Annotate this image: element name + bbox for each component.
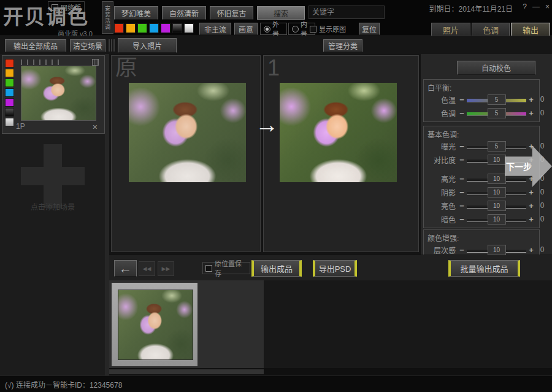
step-value-box: 5 — [488, 94, 506, 105]
app-logo: 开贝调色 — [3, 7, 89, 27]
result-photo[interactable] — [280, 83, 397, 182]
show-original-checkbox[interactable]: 显示原图 — [310, 24, 346, 34]
section-title: 白平衡: — [427, 82, 535, 93]
scrollbar-thumb[interactable] — [109, 369, 264, 374]
slider-track[interactable]: 10 — [467, 201, 526, 210]
slider-track[interactable]: 5 — [467, 108, 526, 118]
filter-category-dream-button[interactable]: 梦幻唯美 — [114, 6, 158, 20]
minimize-button[interactable]: — — [532, 2, 540, 11]
scene-swatch-green[interactable] — [5, 79, 14, 87]
increase-button[interactable]: + — [527, 215, 535, 223]
color-filter-green-swatch[interactable] — [137, 23, 147, 33]
slider-track[interactable]: 5 — [467, 141, 526, 151]
white-balance-section: 白平衡: 色温 − 5 + 0 色调 − 5 + 0 — [423, 79, 540, 122]
scene-thumbnail[interactable] — [21, 66, 96, 121]
scene-item[interactable]: 1P × — [2, 55, 105, 134]
search-button[interactable]: 搜索 — [257, 6, 305, 20]
radio-outdoor[interactable]: 外景 — [260, 23, 287, 35]
batch-export-button[interactable]: 批量输出成品 — [448, 260, 520, 277]
decrease-button[interactable]: − — [458, 96, 466, 104]
increase-button[interactable]: + — [527, 96, 535, 104]
expiry-date-label: 到期日：2014年11月21日 — [429, 3, 513, 13]
install-filters-vertical-tab[interactable]: 安装活调 — [102, 1, 113, 34]
scene-swatch-white[interactable] — [5, 118, 14, 126]
scene-color-strip — [5, 59, 14, 126]
checkbox-icon[interactable] — [310, 26, 316, 33]
slider-value: 0 — [537, 142, 547, 150]
previous-button[interactable]: ◀◀ — [139, 261, 155, 276]
adjust-panel: 自动校色 白平衡: 色温 − 5 + 0 色调 − 5 + 0 — [421, 54, 552, 255]
horizontal-scrollbar[interactable] — [109, 368, 552, 375]
close-button[interactable]: × — [545, 2, 550, 11]
decrease-button[interactable]: − — [458, 202, 466, 210]
slider-temperature: 色温 − 5 + 0 — [427, 93, 535, 106]
slider-value: 0 — [537, 245, 547, 254]
tab-output[interactable]: 输出 — [511, 23, 550, 36]
slider-track[interactable]: 10 — [467, 214, 526, 224]
help-button[interactable]: ? — [523, 2, 527, 11]
decrease-button[interactable]: − — [458, 156, 466, 164]
filter-category-retro-button[interactable]: 怀旧复古 — [210, 6, 253, 20]
status-bar: (√) 连接成功－智能卡ID：12345678 — [0, 375, 552, 392]
keyword-input[interactable] — [309, 6, 385, 19]
decrease-button[interactable]: − — [458, 246, 466, 254]
decrease-button[interactable]: − — [458, 109, 466, 117]
scene-swatch-purple[interactable] — [5, 98, 14, 107]
slider-track[interactable]: 10 — [467, 245, 526, 255]
import-photos-button[interactable]: 导入照片 — [118, 38, 177, 53]
slider-track[interactable]: 10 — [467, 187, 526, 197]
manage-categories-button[interactable]: 管理分类 — [323, 39, 362, 52]
back-arrow-button[interactable]: ← — [114, 260, 137, 277]
color-filter-purple-swatch[interactable] — [161, 23, 171, 33]
next-button[interactable]: ▶▶ — [158, 261, 174, 276]
increase-button[interactable]: + — [527, 188, 535, 196]
panel-scrollbar[interactable] — [105, 54, 109, 375]
reset-button[interactable]: 复位 — [359, 23, 380, 35]
radio-icon[interactable] — [264, 26, 270, 33]
trash-icon[interactable] — [92, 59, 99, 66]
export-all-button[interactable]: 输出全部成品 — [5, 39, 66, 52]
style-artistic-button[interactable]: 画意 — [234, 23, 258, 35]
color-filter-red-swatch[interactable] — [114, 23, 124, 33]
tab-tone[interactable]: 色调 — [472, 23, 510, 36]
save-in-place-checkbox[interactable]: 原位置保存 — [202, 262, 250, 274]
checkbox-icon[interactable] — [205, 265, 212, 272]
tab-photos[interactable]: 照片 — [431, 23, 470, 36]
slider-label: 色调 — [427, 108, 456, 118]
step-value-box: 5 — [488, 108, 506, 118]
scene-swatch-red[interactable] — [5, 59, 14, 67]
export-finished-button[interactable]: 输出成品 — [251, 260, 302, 277]
increase-button[interactable]: + — [527, 246, 535, 254]
decrease-button[interactable]: − — [458, 215, 466, 223]
add-scene-plus-icon[interactable] — [21, 167, 85, 185]
clear-scene-button[interactable]: 清空场景 — [70, 39, 105, 52]
color-filter-white-swatch[interactable] — [184, 23, 194, 33]
auto-color-button[interactable]: 自动校色 — [457, 61, 535, 75]
divider — [109, 39, 110, 52]
decrease-button[interactable]: − — [458, 175, 466, 183]
scene-swatch-blue[interactable] — [5, 88, 14, 97]
export-psd-button[interactable]: 导出PSD — [313, 260, 357, 277]
filter-category-fresh-button[interactable]: 自然清新 — [162, 6, 206, 20]
decrease-button[interactable]: − — [458, 142, 466, 150]
remove-scene-button[interactable]: × — [93, 123, 98, 131]
photo-thumbnail[interactable] — [118, 290, 193, 360]
transform-arrow-icon: → — [255, 113, 278, 136]
increase-button[interactable]: + — [527, 202, 535, 210]
style-nonmainstream-button[interactable]: 非主流 — [199, 23, 231, 35]
color-filter-orange-swatch[interactable] — [126, 23, 136, 33]
scene-swatch-black[interactable] — [5, 108, 14, 117]
photo-thumbnail-cell[interactable] — [112, 283, 197, 366]
increase-button[interactable]: + — [527, 109, 535, 117]
original-photo[interactable] — [129, 83, 246, 182]
color-filter-black-swatch[interactable] — [172, 23, 182, 33]
radio-icon[interactable] — [292, 26, 299, 33]
add-scene-label[interactable]: 点击添加场景 — [0, 201, 105, 212]
scene-swatch-orange[interactable] — [5, 69, 14, 77]
divider — [111, 39, 112, 52]
color-filter-blue-swatch[interactable] — [149, 23, 159, 33]
slider-label: 阴影 — [427, 187, 456, 198]
slider-track[interactable]: 5 — [467, 94, 526, 104]
step-value-box: 10 — [488, 187, 506, 198]
decrease-button[interactable]: − — [458, 188, 466, 196]
